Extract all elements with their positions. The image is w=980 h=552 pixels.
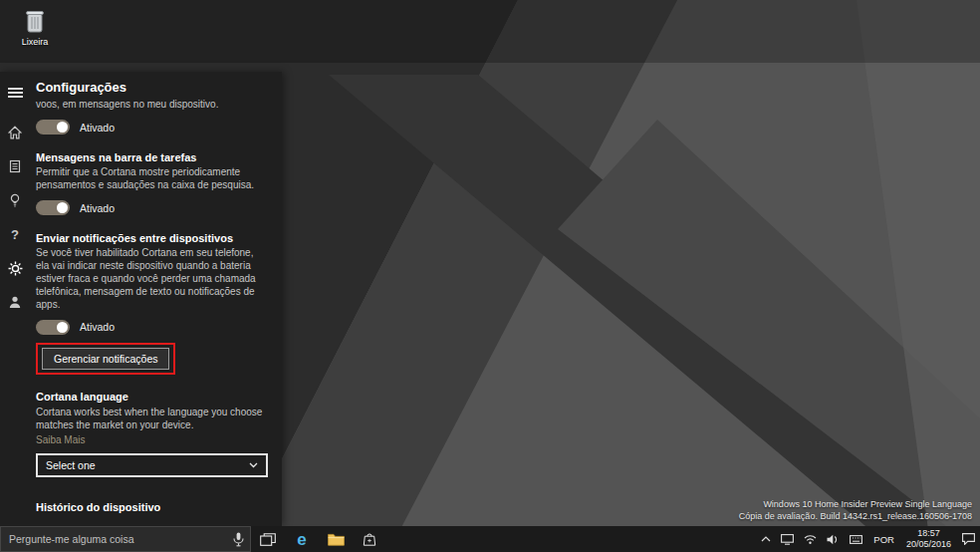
clock-time: 18:57: [906, 528, 951, 539]
task-view-button[interactable]: [251, 526, 285, 552]
notifications-toggle[interactable]: [36, 320, 70, 335]
search-input[interactable]: [9, 533, 233, 545]
learn-more-link[interactable]: Saiba Mais: [36, 434, 268, 445]
tray-volume-icon[interactable]: [822, 526, 845, 552]
feedback-person-icon[interactable]: [4, 291, 26, 313]
taskbar-messages-toggle-label: Ativado: [80, 202, 115, 214]
watermark-line1: Windows 10 Home Insider Preview Single L…: [739, 498, 972, 510]
tray-display-icon[interactable]: [776, 526, 799, 552]
recycle-bin-icon: [13, 7, 57, 35]
home-icon[interactable]: [4, 122, 26, 143]
hamburger-menu-icon[interactable]: [4, 82, 26, 104]
edge-icon: e: [297, 531, 306, 548]
taskbar-messages-title: Mensagens na barra de tarefas: [36, 151, 268, 164]
watermark-line2: Cópia de avaliação. Build 14342.rs1_rele…: [739, 510, 972, 522]
notifications-desc: Se você tiver habilitado Cortana em seu …: [36, 247, 268, 311]
tray-network-icon[interactable]: [799, 526, 822, 552]
edge-browser-button[interactable]: e: [285, 526, 319, 552]
build-watermark: Windows 10 Home Insider Preview Single L…: [739, 498, 972, 522]
system-tray: POR 18:57 20/05/2016: [756, 526, 980, 552]
cortana-search-box[interactable]: [0, 526, 251, 552]
page-title: Configurações: [36, 80, 268, 95]
settings-gear-icon[interactable]: [4, 257, 26, 279]
device-history-title: Histórico do dispositivo: [36, 501, 268, 513]
microphone-icon[interactable]: [233, 532, 244, 547]
cortana-nav-rail: ?: [0, 72, 30, 526]
notifications-toggle-label: Ativado: [80, 321, 115, 333]
settings-content: Configurações voos, em mensagens no meu …: [30, 72, 282, 526]
intro-setting-text: voos, em mensagens no meu dispositivo.: [36, 99, 268, 112]
intro-toggle-label: Ativado: [80, 122, 115, 134]
file-explorer-button[interactable]: [319, 526, 353, 552]
taskbar-messages-toggle[interactable]: [36, 200, 70, 215]
store-button[interactable]: [353, 526, 386, 552]
notifications-title: Enviar notificações entre dispositivos: [36, 232, 268, 245]
chevron-down-icon: [249, 462, 258, 468]
cortana-settings-panel: ? Configurações voos, em mensagens no me…: [0, 72, 282, 526]
language-select[interactable]: Select one: [36, 453, 268, 477]
language-indicator[interactable]: POR: [867, 534, 900, 545]
language-select-value: Select one: [46, 459, 96, 471]
cortana-language-title: Cortana language: [36, 391, 268, 404]
tray-keyboard-icon[interactable]: [845, 526, 867, 552]
clock[interactable]: 18:57 20/05/2016: [900, 528, 957, 551]
intro-toggle[interactable]: [36, 120, 70, 135]
help-icon[interactable]: ?: [4, 223, 26, 245]
taskbar-messages-desc: Permitir que a Cortana mostre periodicam…: [36, 166, 268, 192]
annotation-highlight-box: Gerenciar notificações: [36, 343, 175, 375]
cortana-language-desc: Cortana works best when the language you…: [36, 407, 268, 432]
action-center-icon[interactable]: [957, 526, 980, 552]
clock-date: 20/05/2016: [906, 539, 951, 550]
reminders-lightbulb-icon[interactable]: [4, 189, 26, 211]
recycle-bin-label: Lixeira: [13, 37, 57, 47]
manage-notifications-button[interactable]: Gerenciar notificações: [42, 348, 169, 370]
tray-chevron-up-icon[interactable]: [756, 526, 776, 552]
notebook-icon[interactable]: [4, 155, 26, 177]
taskbar: e POR 18:57 20/05/: [0, 526, 980, 552]
recycle-bin[interactable]: Lixeira: [13, 7, 57, 47]
